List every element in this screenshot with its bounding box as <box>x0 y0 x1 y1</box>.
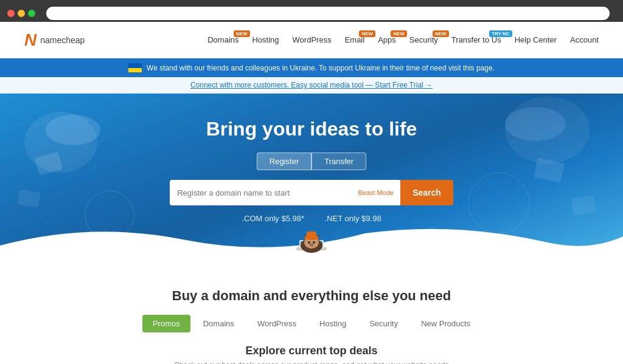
cat-tab-domains[interactable]: Domains <box>193 315 245 332</box>
svg-rect-21 <box>307 232 316 238</box>
cat-tab-new-products[interactable]: New Products <box>411 315 481 332</box>
nav-transfer[interactable]: Transfer to Us TRY NC <box>451 35 501 44</box>
flag-top <box>128 63 142 68</box>
section-title: Buy a domain and everything else you nee… <box>24 288 599 304</box>
browser-chrome <box>0 0 623 22</box>
nav-help[interactable]: Help Center <box>515 35 557 44</box>
cat-tab-wordpress[interactable]: WordPress <box>247 315 307 332</box>
tab-register[interactable]: Register <box>257 153 312 170</box>
nav-domains[interactable]: Domains NEW <box>207 35 238 44</box>
com-price: .COM only $5.98* <box>242 214 304 223</box>
category-tabs: Promos Domains WordPress Hosting Securit… <box>24 315 599 332</box>
hero-title: Bring your ideas to life <box>12 118 611 140</box>
cat-tab-promos[interactable]: Promos <box>142 315 190 332</box>
beast-mode-toggle[interactable]: Beast Mode <box>358 189 394 196</box>
hero-section: Bring your ideas to life Register Transf… <box>0 94 623 270</box>
content-section: Buy a domain and everything else you nee… <box>0 270 623 364</box>
nav-email[interactable]: Email NEW <box>345 35 365 44</box>
search-button[interactable]: Search <box>400 180 453 205</box>
logo[interactable]: N namecheap <box>24 32 85 49</box>
nav-hosting[interactable]: Hosting <box>252 35 279 44</box>
promo-banner[interactable]: Connect with more customers. Easy social… <box>0 77 623 94</box>
mascot-hedgehog <box>287 224 336 261</box>
search-input[interactable] <box>177 188 358 197</box>
search-bar: Beast Mode Search <box>12 180 611 205</box>
hero-tabs: Register Transfer <box>12 153 611 170</box>
search-container: Beast Mode <box>170 180 401 205</box>
cat-tab-security[interactable]: Security <box>359 315 408 332</box>
ukraine-banner: We stand with our friends and colleagues… <box>0 58 623 77</box>
nav-wordpress[interactable]: WordPress <box>293 35 332 44</box>
transfer-badge: TRY NC <box>489 30 512 37</box>
flag-bottom <box>128 68 142 73</box>
logo-text: namecheap <box>40 35 85 45</box>
dot-red[interactable] <box>7 10 15 17</box>
email-badge: NEW <box>359 30 375 37</box>
nav-account[interactable]: Account <box>570 35 599 44</box>
security-badge: NEW <box>433 30 449 37</box>
navbar: N namecheap Domains NEW Hosting WordPres… <box>0 22 623 58</box>
nav-security[interactable]: Security NEW <box>409 35 438 44</box>
cat-tab-hosting[interactable]: Hosting <box>309 315 357 332</box>
svg-point-23 <box>313 241 315 244</box>
browser-dots <box>7 10 35 17</box>
dot-yellow[interactable] <box>18 10 25 17</box>
svg-point-22 <box>308 241 310 244</box>
logo-icon: N <box>24 32 37 49</box>
svg-point-24 <box>310 244 313 246</box>
promo-link[interactable]: Connect with more customers. Easy social… <box>190 81 433 89</box>
apps-badge: NEW <box>391 30 407 37</box>
domain-prices: .COM only $5.98* .NET only $9.98 <box>12 214 611 223</box>
domains-badge: NEW <box>234 30 250 37</box>
explore-title: Explore current top deals <box>24 345 599 357</box>
ukraine-text: We stand with our friends and colleagues… <box>147 64 495 72</box>
page: N namecheap Domains NEW Hosting WordPres… <box>0 22 623 364</box>
nav-links: Domains NEW Hosting WordPress Email NEW … <box>207 35 599 44</box>
tab-transfer[interactable]: Transfer <box>312 153 366 170</box>
net-price: .NET only $9.98 <box>325 214 381 223</box>
dot-green[interactable] <box>28 10 35 17</box>
explore-subtitle: Check out our best deals across our prod… <box>24 361 599 364</box>
ukraine-flag-icon <box>128 63 142 72</box>
address-bar[interactable] <box>46 7 610 20</box>
nav-apps[interactable]: Apps NEW <box>378 35 396 44</box>
